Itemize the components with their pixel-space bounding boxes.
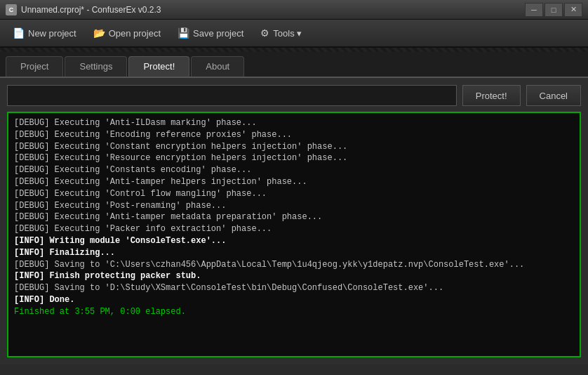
app-icon: C (6, 4, 17, 15)
protect-button[interactable]: Protect! (462, 85, 521, 106)
console-line: [INFO] Finish protecting packer stub. (14, 270, 574, 282)
tab-bar: Project Settings Protect! About (0, 52, 588, 77)
console-line: [DEBUG] Executing 'Packer info extractio… (14, 223, 574, 235)
minimize-button[interactable]: ─ (525, 3, 543, 17)
console-line: [DEBUG] Executing 'Post-renaming' phase.… (14, 200, 574, 212)
protect-file-input[interactable] (7, 85, 457, 106)
console-line: [DEBUG] Executing 'Anti-tamper helpers i… (14, 176, 574, 188)
window-title: Unnamed.crproj* - ConfuserEx v0.2.3 (21, 5, 525, 15)
console-line: [INFO] Writing module 'ConsoleTest.exe'.… (14, 235, 574, 247)
console-line: [DEBUG] Executing 'Constants encoding' p… (14, 164, 574, 176)
console-line: [DEBUG] Saving to 'C:\Users\czhan456\App… (14, 259, 574, 271)
console-line: [DEBUG] Executing 'Anti-tamper metadata … (14, 211, 574, 223)
save-project-label: Save project (193, 28, 243, 39)
titlebar: C Unnamed.crproj* - ConfuserEx v0.2.3 ─ … (0, 0, 588, 20)
console-line: [INFO] Done. (14, 294, 574, 306)
cancel-button[interactable]: Cancel (526, 85, 581, 106)
tools-button[interactable]: ⚙ Tools ▾ (253, 25, 309, 41)
console-line: [DEBUG] Executing 'Resource encryption h… (14, 152, 574, 164)
save-project-button[interactable]: 💾 Save project (171, 25, 250, 41)
tab-about[interactable]: About (191, 56, 244, 77)
save-project-icon: 💾 (178, 27, 189, 39)
tools-label: Tools ▾ (273, 28, 302, 39)
console-line: Finished at 3:55 PM, 0:00 elapsed. (14, 306, 574, 318)
main-toolbar: 📄 New project 📂 Open project 💾 Save proj… (0, 20, 588, 48)
tabs-wrapper: Project Settings Protect! About (0, 48, 588, 77)
console-line: [DEBUG] Executing 'Control flow mangling… (14, 188, 574, 200)
tab-content: Protect! Cancel [DEBUG] Executing 'Anti-… (0, 77, 588, 364)
new-project-icon: 📄 (13, 27, 25, 39)
new-project-button[interactable]: 📄 New project (6, 25, 83, 41)
console-line: [DEBUG] Saving to 'D:\Study\XSmart\Conso… (14, 282, 574, 294)
window-controls: ─ □ ✕ (525, 3, 582, 17)
maximize-button[interactable]: □ (544, 3, 563, 17)
console-output: [DEBUG] Executing 'Anti-ILDasm marking' … (7, 112, 581, 357)
protect-input-row: Protect! Cancel (7, 85, 581, 106)
open-project-label: Open project (109, 28, 161, 39)
console-line: [DEBUG] Executing 'Anti-ILDasm marking' … (14, 117, 574, 129)
tools-icon: ⚙ (260, 27, 269, 39)
console-line: [DEBUG] Executing 'Constant encryption h… (14, 141, 574, 153)
open-project-icon: 📂 (93, 27, 105, 39)
open-project-button[interactable]: 📂 Open project (86, 25, 168, 41)
new-project-label: New project (28, 28, 76, 39)
tab-protect[interactable]: Protect! (128, 56, 189, 77)
tab-settings[interactable]: Settings (65, 56, 127, 77)
close-button[interactable]: ✕ (564, 3, 582, 17)
console-line: [INFO] Finalizing... (14, 247, 574, 259)
console-line: [DEBUG] Executing 'Encoding reference pr… (14, 129, 574, 141)
tab-project[interactable]: Project (6, 56, 63, 77)
